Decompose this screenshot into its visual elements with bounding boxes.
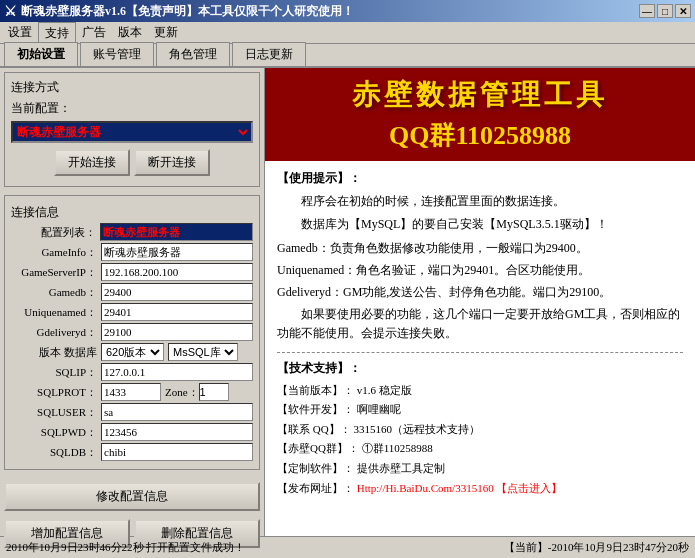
tab-account-mgmt[interactable]: 账号管理 xyxy=(80,42,154,66)
tab-role-mgmt[interactable]: 角色管理 xyxy=(156,42,230,66)
tech-site-link[interactable]: 【点击进入】 xyxy=(496,482,562,494)
minimize-button[interactable]: — xyxy=(639,4,655,18)
title-bar: ⚔ 断魂赤壁服务器v1.6【免责声明】本工具仅限干个人研究使用！ — □ ✕ xyxy=(0,0,695,22)
game-server-ip-label: GameServerIP： xyxy=(11,265,101,280)
tech-custom-key: 【定制软件】： xyxy=(277,462,354,474)
tech-cbqq-key: 【赤壁QQ群】： xyxy=(277,442,359,454)
version-db-label: 版本 数据库 xyxy=(11,345,101,360)
sqlpwd-input[interactable] xyxy=(101,423,253,441)
sqlip-input[interactable] xyxy=(101,363,253,381)
gamedb-row: Gamedb： xyxy=(11,283,253,301)
gamedb-label: Gamedb： xyxy=(11,285,101,300)
sqluser-label: SQLUSER： xyxy=(11,405,101,420)
tech-dev-key: 【软件开发】： xyxy=(277,403,354,415)
sqlprot-label: SQLPROT： xyxy=(11,385,101,400)
menu-bar: 设置 支持 广告 版本 更新 xyxy=(0,22,695,44)
version-select[interactable]: 620版本 xyxy=(101,343,164,361)
game-info-input[interactable] xyxy=(101,243,253,261)
mysql-select[interactable]: MsSQL库 xyxy=(168,343,238,361)
menu-support[interactable]: 支持 xyxy=(38,22,76,44)
menu-settings[interactable]: 设置 xyxy=(2,22,38,43)
tech-custom-val: 提供赤壁工具定制 xyxy=(357,462,445,474)
connection-info-section: 连接信息 配置列表： GameInfo： GameServerIP： Gamed… xyxy=(4,195,260,470)
sqldb-row: SQLDB： xyxy=(11,443,253,461)
connect-button[interactable]: 开始连接 xyxy=(54,149,130,176)
game-info-label: GameInfo： xyxy=(11,245,101,260)
sqluser-input[interactable] xyxy=(101,403,253,421)
current-config-label: 当前配置： xyxy=(11,100,253,117)
tech-qq-row: 【联系 QQ】： 3315160（远程技术支持） xyxy=(277,421,683,439)
sqlip-row: SQLIP： xyxy=(11,363,253,381)
hint-item2: Uniquenamed：角色名验证，端口为29401。合区功能使用。 xyxy=(277,261,683,280)
status-right: 【当前】-2010年10月9日23时47分20秒 xyxy=(504,540,689,555)
tech-version-row: 【当前版本】： v1.6 稳定版 xyxy=(277,382,683,400)
header-title: 赤壁数据管理工具 xyxy=(277,76,683,114)
hint-item1: Gamedb：负责角色数据修改功能使用，一般端口为29400。 xyxy=(277,239,683,258)
tech-qq-key: 【联系 QQ】： xyxy=(277,423,351,435)
tech-section: 【技术支持】： 【当前版本】： v1.6 稳定版 【软件开发】： 啊哩幽呢 【联… xyxy=(277,359,683,498)
hint-p3: 如果要使用必要的功能，这几个端口一定要开放给GM工具，否则相应的功能不能使用。会… xyxy=(277,305,683,343)
hint-title: 【使用提示】： xyxy=(277,169,683,188)
sqlpwd-row: SQLPWD： xyxy=(11,423,253,441)
right-header: 赤壁数据管理工具 QQ群110258988 xyxy=(265,68,695,161)
menu-version[interactable]: 版本 xyxy=(112,22,148,43)
version-db-row: 版本 数据库 620版本 MsSQL库 xyxy=(11,343,253,361)
gdeliveryd-row: Gdeliveryd： xyxy=(11,323,253,341)
config-select[interactable]: 断魂赤壁服务器 xyxy=(11,121,253,143)
tech-dev-row: 【软件开发】： 啊哩幽呢 xyxy=(277,401,683,419)
sqlprot-input[interactable] xyxy=(101,383,161,401)
hint-p2: 数据库为【MySQL】的要自己安装【MySQL3.5.1驱动】！ xyxy=(277,215,683,234)
tech-custom-row: 【定制软件】： 提供赤壁工具定制 xyxy=(277,460,683,478)
tech-version-val: v1.6 稳定版 xyxy=(357,384,412,396)
tech-title: 【技术支持】： xyxy=(277,359,683,378)
right-body: 【使用提示】： 程序会在初始的时候，连接配置里面的数据连接。 数据库为【MySQ… xyxy=(265,161,695,536)
status-bar: 2010年10月9日23时46分22秒 打开配置文件成功！ 【当前】-2010年… xyxy=(0,536,695,558)
tech-site-val: Http://Hi.BaiDu.Com/3315160 xyxy=(357,482,494,494)
hint-p1: 程序会在初始的时候，连接配置里面的数据连接。 xyxy=(277,192,683,211)
gdeliveryd-input[interactable] xyxy=(101,323,253,341)
tech-qq-val: 3315160（远程技术支持） xyxy=(353,423,480,435)
left-panel: 连接方式 当前配置： 断魂赤壁服务器 开始连接 断开连接 连接信息 配置列表： … xyxy=(0,68,265,536)
game-info-row: GameInfo： xyxy=(11,243,253,261)
sqlip-label: SQLIP： xyxy=(11,365,101,380)
sqlpwd-label: SQLPWD： xyxy=(11,425,101,440)
game-server-ip-input[interactable] xyxy=(101,263,253,281)
status-left: 2010年10月9日23时46分22秒 打开配置文件成功！ xyxy=(6,540,245,555)
uniquenamed-row: Uniquenamed： xyxy=(11,303,253,321)
qq-group: QQ群110258988 xyxy=(277,118,683,153)
window-title: 断魂赤壁服务器v1.6【免责声明】本工具仅限干个人研究使用！ xyxy=(21,3,354,20)
config-list-row: 配置列表： xyxy=(11,223,253,241)
modify-config-button[interactable]: 修改配置信息 xyxy=(4,482,260,511)
menu-update[interactable]: 更新 xyxy=(148,22,184,43)
tech-cbqq-val: ①群110258988 xyxy=(362,442,433,454)
uniquenamed-label: Uniquenamed： xyxy=(11,305,101,320)
right-panel: 赤壁数据管理工具 QQ群110258988 【使用提示】： 程序会在初始的时候，… xyxy=(265,68,695,536)
zone-input[interactable] xyxy=(199,383,229,401)
restore-button[interactable]: □ xyxy=(657,4,673,18)
gdeliveryd-label: Gdeliveryd： xyxy=(11,325,101,340)
disconnect-button[interactable]: 断开连接 xyxy=(134,149,210,176)
tab-initial-settings[interactable]: 初始设置 xyxy=(4,42,78,66)
gamedb-input[interactable] xyxy=(101,283,253,301)
main-content: 连接方式 当前配置： 断魂赤壁服务器 开始连接 断开连接 连接信息 配置列表： … xyxy=(0,68,695,536)
connection-type-section: 连接方式 当前配置： 断魂赤壁服务器 开始连接 断开连接 xyxy=(4,72,260,187)
zone-label: Zone： xyxy=(165,385,199,400)
uniquenamed-input[interactable] xyxy=(101,303,253,321)
tab-log-update[interactable]: 日志更新 xyxy=(232,42,306,66)
tech-dev-val: 啊哩幽呢 xyxy=(357,403,401,415)
connection-type-label: 连接方式 xyxy=(11,79,253,96)
window-controls: — □ ✕ xyxy=(639,4,691,18)
connection-info-label: 连接信息 xyxy=(11,202,253,223)
menu-ads[interactable]: 广告 xyxy=(76,22,112,43)
tech-site-row: 【发布网址】： Http://Hi.BaiDu.Com/3315160 【点击进… xyxy=(277,480,683,498)
game-server-ip-row: GameServerIP： xyxy=(11,263,253,281)
tech-site-key: 【发布网址】： xyxy=(277,482,354,494)
hint-item3: Gdeliveryd：GM功能,发送公告、封停角色功能。端口为29100。 xyxy=(277,283,683,302)
config-list-input[interactable] xyxy=(100,223,253,241)
sqldb-input[interactable] xyxy=(101,443,253,461)
hint-section: 【使用提示】： 程序会在初始的时候，连接配置里面的数据连接。 数据库为【MySQ… xyxy=(277,169,683,344)
connect-buttons: 开始连接 断开连接 xyxy=(11,149,253,176)
tab-bar: 初始设置 账号管理 角色管理 日志更新 xyxy=(0,44,695,68)
close-button[interactable]: ✕ xyxy=(675,4,691,18)
sqlprot-row: SQLPROT： Zone： xyxy=(11,383,253,401)
